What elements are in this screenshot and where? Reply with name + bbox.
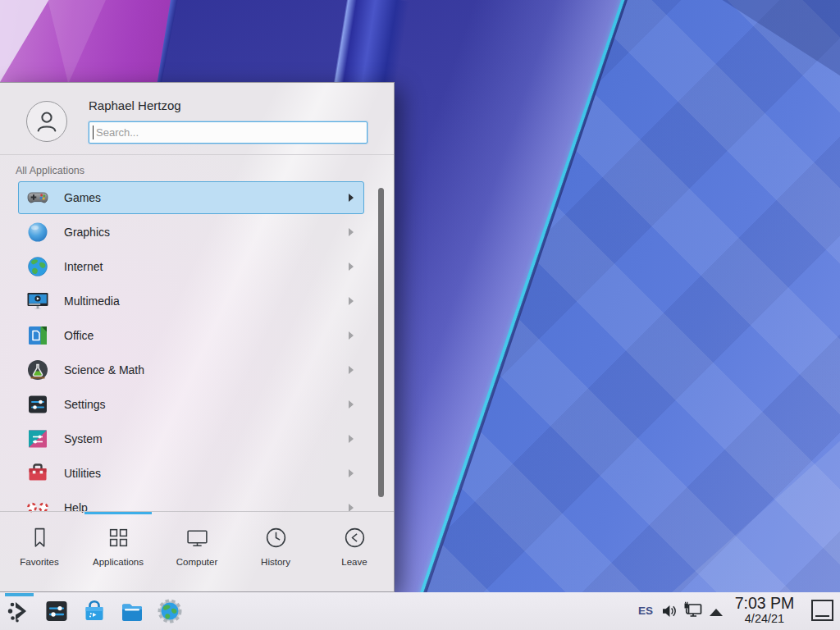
person-icon — [33, 107, 61, 135]
submenu-arrow-icon — [349, 194, 354, 202]
submenu-arrow-icon — [349, 297, 354, 305]
desktop: Raphael Hertzog All Applications Games — [0, 0, 840, 630]
clock-icon — [264, 526, 288, 550]
leave-icon — [343, 526, 367, 550]
header-divider — [0, 154, 394, 155]
submenu-arrow-icon — [349, 469, 354, 477]
lifebuoy-icon — [26, 496, 49, 513]
gamepad-icon — [26, 186, 49, 209]
digital-clock[interactable]: 7:03 PM 4/24/21 — [730, 595, 799, 626]
tab-applications[interactable]: Applications — [79, 512, 158, 591]
web-browser-launcher[interactable] — [157, 598, 183, 624]
show-desktop-button[interactable] — [811, 600, 833, 621]
app-grid-icon — [107, 526, 130, 550]
submenu-arrow-icon — [349, 262, 354, 271]
kickoff-icon — [7, 598, 33, 624]
category-utilities[interactable]: Utilities — [0, 456, 394, 491]
launcher-tab-bar: Favorites Applications Computer Hist — [0, 511, 394, 591]
bookmark-icon — [28, 526, 52, 550]
time-label: 7:03 PM — [730, 595, 799, 612]
submenu-arrow-icon — [349, 331, 354, 340]
globe-icon — [26, 255, 49, 278]
user-avatar[interactable] — [26, 101, 67, 142]
submenu-arrow-icon — [349, 435, 354, 443]
globe-gear-icon — [157, 598, 183, 624]
flask-icon — [26, 358, 49, 381]
search-input[interactable] — [89, 121, 368, 144]
submenu-arrow-icon — [349, 228, 354, 236]
category-office[interactable]: Office — [0, 318, 394, 353]
text-cursor — [93, 126, 94, 139]
submenu-arrow-icon — [349, 400, 354, 409]
category-internet[interactable]: Internet — [0, 249, 394, 284]
system-settings-launcher[interactable] — [43, 598, 70, 624]
toolbox-icon — [26, 462, 49, 485]
keyboard-layout-indicator[interactable]: ES — [638, 605, 653, 617]
tab-computer[interactable]: Computer — [158, 512, 236, 591]
category-graphics[interactable]: Graphics — [0, 215, 394, 249]
user-name: Raphael Hertzog — [89, 98, 181, 112]
taskbar-panel: ES 7:03 PM 4/24/21 — [0, 592, 840, 630]
discover-launcher[interactable] — [81, 598, 107, 624]
system-settings-icon — [43, 598, 70, 624]
system-preferences-icon — [26, 427, 49, 450]
monitor-play-icon — [26, 290, 49, 313]
expand-tray-icon[interactable] — [710, 609, 723, 616]
application-launcher-menu: Raphael Hertzog All Applications Games — [0, 82, 395, 592]
category-settings[interactable]: Settings — [0, 387, 394, 422]
computer-icon — [185, 526, 209, 550]
category-help[interactable]: Help — [0, 491, 394, 513]
scrollbar-thumb[interactable] — [378, 188, 384, 497]
tab-favorites[interactable]: Favorites — [0, 512, 79, 591]
category-multimedia[interactable]: Multimedia — [0, 284, 394, 318]
category-games[interactable]: Games — [0, 180, 394, 215]
volume-icon[interactable] — [661, 603, 678, 619]
category-list: Games Graphics — [0, 180, 394, 513]
category-system[interactable]: System — [0, 422, 394, 456]
office-document-icon — [26, 324, 49, 347]
application-launcher-button[interactable] — [7, 598, 33, 624]
all-applications-label: All Applications — [16, 165, 84, 176]
blue-sphere-icon — [26, 221, 49, 244]
discover-bag-icon — [81, 598, 107, 624]
sliders-icon — [26, 393, 49, 416]
date-label: 4/24/21 — [730, 612, 799, 626]
launcher-active-indicator — [5, 593, 34, 596]
folder-icon — [119, 598, 145, 624]
tab-history[interactable]: History — [236, 512, 315, 591]
submenu-arrow-icon — [349, 366, 354, 374]
file-manager-launcher[interactable] — [119, 598, 145, 624]
category-science-math[interactable]: Science & Math — [0, 353, 394, 387]
network-icon[interactable] — [682, 601, 704, 621]
tab-leave[interactable]: Leave — [315, 512, 394, 591]
